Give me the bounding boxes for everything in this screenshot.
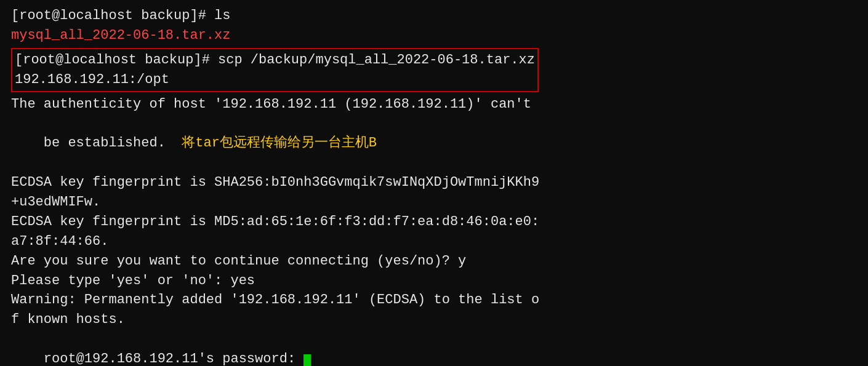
terminal-line-2: mysql_all_2022-06-18.tar.xz <box>11 26 857 46</box>
terminal-window: [root@localhost backup]# ls mysql_all_20… <box>0 0 868 366</box>
terminal-line-12: Please type 'yes' or 'no': yes <box>11 271 857 291</box>
terminal-line-15: root@192.168.192.11's password: <box>11 330 857 366</box>
terminal-line-10: a7:8f:44:66. <box>11 232 857 252</box>
terminal-line-11: Are you sure you want to continue connec… <box>11 252 857 271</box>
terminal-line-7: ECDSA key fingerprint is SHA256:bI0nh3GG… <box>11 173 857 193</box>
terminal-line-1: [root@localhost backup]# ls <box>11 6 857 26</box>
terminal-line-5: The authenticity of host '192.168.192.11… <box>11 95 857 114</box>
line6-annotation: 将tar包远程传输给另一台主机B <box>182 135 377 151</box>
terminal-line-14: f known hosts. <box>11 310 857 330</box>
terminal-line-3: [root@localhost backup]# scp /backup/mys… <box>15 50 535 70</box>
scp-command-box: [root@localhost backup]# scp /backup/mys… <box>11 48 539 92</box>
cursor-block <box>303 354 311 366</box>
line6-text: be established. <box>44 135 182 151</box>
terminal-line-9: ECDSA key fingerprint is MD5:ad:65:1e:6f… <box>11 212 857 232</box>
password-prompt-text: root@192.168.192.11's password: <box>44 351 303 366</box>
terminal-line-13: Warning: Permanently added '192.168.192.… <box>11 290 857 310</box>
terminal-line-8: +u3edWMIFw. <box>11 193 857 212</box>
terminal-line-6: be established. 将tar包远程传输给另一台主机B <box>11 114 857 173</box>
terminal-line-4: 192.168.192.11:/opt <box>15 70 535 90</box>
